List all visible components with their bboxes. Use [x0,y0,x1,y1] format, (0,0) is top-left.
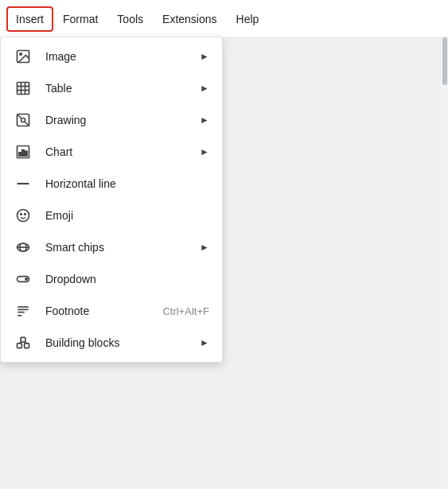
svg-rect-28 [18,343,22,348]
menu-item-drawing-label: Drawing [45,114,193,126]
menu-bar-item-help[interactable]: Help [227,6,269,32]
drawing-arrow-icon: ► [200,114,209,126]
svg-point-8 [21,118,25,122]
menu-bar-item-insert[interactable]: Insert [6,6,53,32]
menu-item-drawing[interactable]: Drawing ► [1,104,222,136]
svg-point-1 [20,53,21,56]
svg-rect-29 [25,343,29,348]
table-icon [14,79,33,98]
image-icon [14,47,33,66]
drawing-icon [14,111,33,130]
menu-item-chart[interactable]: Chart ► [1,136,222,168]
building-blocks-arrow-icon: ► [200,337,209,348]
chart-icon [14,142,33,161]
building-blocks-icon [14,333,33,352]
footnote-icon [14,301,33,320]
menu-item-dropdown[interactable]: Dropdown [1,263,222,295]
image-arrow-icon: ► [200,51,209,62]
menu-bar-item-extensions[interactable]: Extensions [153,6,226,32]
footnote-shortcut: Ctrl+Alt+F [162,305,209,317]
horizontal-line-icon [14,174,33,193]
menu-item-smart-chips[interactable]: Smart chips ► [1,231,222,263]
menu-item-chart-label: Chart [45,146,193,158]
svg-point-17 [21,214,22,215]
svg-point-18 [25,214,26,215]
smart-chips-icon [14,238,33,257]
menu-item-emoji-label: Emoji [45,209,209,222]
emoji-icon [14,206,33,225]
scrollbar[interactable] [442,37,448,489]
svg-rect-2 [18,83,29,95]
menu-bar-item-tools[interactable]: Tools [107,6,153,32]
menu-item-horizontal-line-label: Horizontal line [45,177,209,190]
svg-rect-12 [19,153,21,156]
svg-rect-13 [22,150,25,157]
svg-rect-14 [25,151,28,156]
menu-item-footnote[interactable]: Footnote Ctrl+Alt+F [1,295,222,327]
menu-item-image-label: Image [45,50,193,63]
menu-item-emoji[interactable]: Emoji [1,200,222,231]
menu-bar: Insert Format Tools Extensions Help [0,0,448,38]
menu-item-building-blocks[interactable]: Building blocks ► [1,327,222,359]
menu-item-horizontal-line[interactable]: Horizontal line [1,168,222,200]
menu-item-smart-chips-label: Smart chips [45,241,193,254]
menu-item-table[interactable]: Table ► [1,72,222,104]
menu-bar-item-format[interactable]: Format [53,6,107,32]
scroll-thumb[interactable] [442,37,447,85]
menu-item-building-blocks-label: Building blocks [45,336,193,349]
dropdown-icon [14,270,33,289]
menu-item-dropdown-label: Dropdown [45,273,209,285]
menu-item-footnote-label: Footnote [45,305,150,317]
svg-point-23 [25,277,28,281]
table-arrow-icon: ► [200,83,209,94]
menu-item-image[interactable]: Image ► [1,41,222,72]
insert-dropdown-menu: Image ► Table ► Drawing ► [0,37,223,363]
menu-item-table-label: Table [45,82,193,95]
svg-rect-30 [21,337,25,342]
chart-arrow-icon: ► [200,146,209,157]
smart-chips-arrow-icon: ► [200,242,209,253]
svg-point-16 [18,210,29,222]
